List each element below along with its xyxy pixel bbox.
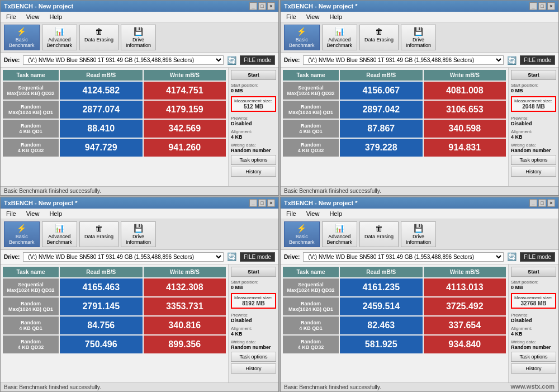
drive-bar: Drive: (V:) NVMe WD Blue SN580 1T 931.49…: [281, 53, 558, 68]
file-mode-button[interactable]: FILE mode: [240, 55, 275, 65]
drive-select[interactable]: (V:) NVMe WD Blue SN580 1T 931.49 GB (1,…: [23, 55, 224, 65]
history-button[interactable]: History: [231, 363, 276, 374]
menu-help[interactable]: Help: [327, 13, 344, 21]
row-label-0: SequentialMax(1024 KB) QD32: [283, 82, 339, 100]
writing-section: Writing data: Random number: [231, 339, 276, 350]
menu-help[interactable]: Help: [47, 13, 64, 21]
advanced-icon: 📊: [335, 224, 344, 233]
row-label-3: Random4 KB QD32: [3, 336, 59, 353]
start-position-section: Start position: 0 MB: [511, 280, 556, 290]
minimize-button[interactable]: _: [249, 2, 257, 10]
drive-refresh-icon[interactable]: 🔄: [507, 56, 517, 65]
align-label: Alignment:: [511, 129, 556, 134]
maximize-button[interactable]: □: [258, 2, 266, 10]
close-button[interactable]: ×: [547, 2, 555, 10]
write-value-2: 340.816: [144, 317, 226, 334]
window-title: TxBENCH - New project *: [4, 200, 77, 206]
content-area: Task name Read mB/S Write mB/S Sequentia…: [281, 265, 558, 383]
toolbar-btn-basic[interactable]: ⚡BasicBenchmark: [4, 25, 40, 50]
advanced-icon: 📊: [55, 224, 64, 233]
title-bar: TxBENCH - New project * _ □ ×: [281, 197, 558, 209]
drive-refresh-icon[interactable]: 🔄: [507, 252, 517, 261]
minimize-button[interactable]: _: [529, 199, 537, 207]
task-options-button[interactable]: Task options: [511, 352, 556, 362]
menu-view[interactable]: View: [304, 13, 322, 21]
toolbar: ⚡BasicBenchmark📊AdvancedBenchmark🗑Data E…: [1, 22, 278, 53]
drive-select[interactable]: (V:) NVMe WD Blue SN580 1T 931.49 GB (1,…: [303, 252, 504, 262]
measurement-value: 8192 MB: [234, 300, 273, 306]
drive-select[interactable]: (V:) NVMe WD Blue SN580 1T 931.49 GB (1,…: [23, 252, 224, 262]
toolbar-btn-drive[interactable]: 💾DriveInformation: [121, 221, 156, 247]
toolbar-btn-erasing[interactable]: 🗑Data Erasing: [359, 25, 399, 50]
file-mode-button[interactable]: FILE mode: [520, 252, 555, 262]
toolbar-btn-drive[interactable]: 💾DriveInformation: [401, 25, 436, 50]
menu-file[interactable]: File: [4, 210, 18, 218]
start-button[interactable]: Start: [231, 70, 276, 80]
toolbar-btn-erasing[interactable]: 🗑Data Erasing: [359, 221, 399, 247]
task-options-button[interactable]: Task options: [231, 352, 276, 362]
task-options-button[interactable]: Task options: [511, 155, 556, 165]
window-w1: TxBENCH - New project _ □ × FileViewHelp…: [0, 0, 279, 196]
menu-file[interactable]: File: [284, 210, 299, 218]
toolbar-btn-advanced[interactable]: 📊AdvancedBenchmark: [42, 221, 78, 247]
minimize-button[interactable]: _: [249, 199, 257, 207]
close-button[interactable]: ×: [267, 2, 275, 10]
toolbar-btn-basic[interactable]: ⚡BasicBenchmark: [284, 25, 320, 50]
toolbar-btn-basic[interactable]: ⚡BasicBenchmark: [4, 221, 40, 247]
writing-value: Random number: [231, 344, 276, 350]
drive-refresh-icon[interactable]: 🔄: [227, 56, 236, 65]
start-button[interactable]: Start: [511, 267, 556, 277]
prewrite-section: Prewrite: Disabled: [511, 116, 556, 126]
drive-select[interactable]: (V:) NVMe WD Blue SN580 1T 931.49 GB (1,…: [303, 55, 504, 65]
file-mode-button[interactable]: FILE mode: [240, 252, 275, 262]
menu-bar: FileViewHelp: [1, 12, 278, 22]
read-value-0: 4156.067: [340, 82, 423, 100]
toolbar-btn-basic[interactable]: ⚡BasicBenchmark: [284, 221, 320, 247]
row-label-0: SequentialMax(1024 KB) QD32: [3, 82, 59, 100]
menu-view[interactable]: View: [24, 210, 42, 218]
alignment-section: Alignment: 4 KB: [511, 326, 556, 337]
write-value-1: 3725.492: [424, 297, 506, 315]
toolbar-btn-drive[interactable]: 💾DriveInformation: [121, 25, 156, 50]
close-button[interactable]: ×: [547, 199, 555, 207]
menu-file[interactable]: File: [4, 13, 18, 21]
measurement-section: Measurement size: 8192 MB: [231, 293, 276, 309]
start-pos-value: 0 MB: [511, 285, 556, 290]
menu-file[interactable]: File: [284, 13, 299, 21]
task-options-button[interactable]: Task options: [231, 155, 276, 165]
status-bar: Basic Benchmark finished successfully.: [1, 186, 278, 195]
toolbar-btn-erasing[interactable]: 🗑Data Erasing: [79, 25, 119, 50]
basic-label: BasicBenchmark: [9, 234, 35, 245]
history-button[interactable]: History: [511, 167, 556, 177]
toolbar-btn-advanced[interactable]: 📊AdvancedBenchmark: [322, 221, 358, 247]
start-pos-value: 0 MB: [231, 285, 276, 290]
row-label-2: Random4 KB QD1: [3, 317, 59, 334]
maximize-button[interactable]: □: [538, 2, 546, 10]
menu-view[interactable]: View: [304, 210, 322, 218]
write-value-0: 4132.308: [144, 278, 226, 296]
prewrite-section: Prewrite: Disabled: [231, 116, 276, 126]
file-mode-button[interactable]: FILE mode: [520, 55, 555, 65]
history-button[interactable]: History: [231, 167, 276, 177]
toolbar-btn-drive[interactable]: 💾DriveInformation: [401, 221, 436, 247]
erasing-icon: 🗑: [95, 224, 103, 233]
row-label-1: RandomMax(1024 KB) QD1: [283, 101, 339, 119]
toolbar-btn-erasing[interactable]: 🗑Data Erasing: [79, 221, 119, 247]
bench-row-2: Random4 KB QD1 82.463 337.654: [283, 317, 506, 334]
start-button[interactable]: Start: [231, 267, 276, 277]
toolbar-btn-advanced[interactable]: 📊AdvancedBenchmark: [322, 25, 358, 50]
toolbar-btn-advanced[interactable]: 📊AdvancedBenchmark: [42, 25, 78, 50]
maximize-button[interactable]: □: [538, 199, 546, 207]
start-button[interactable]: Start: [511, 70, 556, 80]
minimize-button[interactable]: _: [529, 2, 537, 10]
measurement-label: Measurement size:: [234, 98, 273, 103]
close-button[interactable]: ×: [267, 199, 275, 207]
read-value-3: 750.496: [60, 336, 143, 353]
maximize-button[interactable]: □: [258, 199, 266, 207]
menu-help[interactable]: Help: [327, 210, 344, 218]
menu-view[interactable]: View: [24, 13, 42, 21]
menu-help[interactable]: Help: [47, 210, 64, 218]
history-button[interactable]: History: [511, 363, 556, 374]
drive-refresh-icon[interactable]: 🔄: [227, 252, 236, 261]
table-header-row: Task name Read mB/S Write mB/S: [3, 267, 226, 277]
